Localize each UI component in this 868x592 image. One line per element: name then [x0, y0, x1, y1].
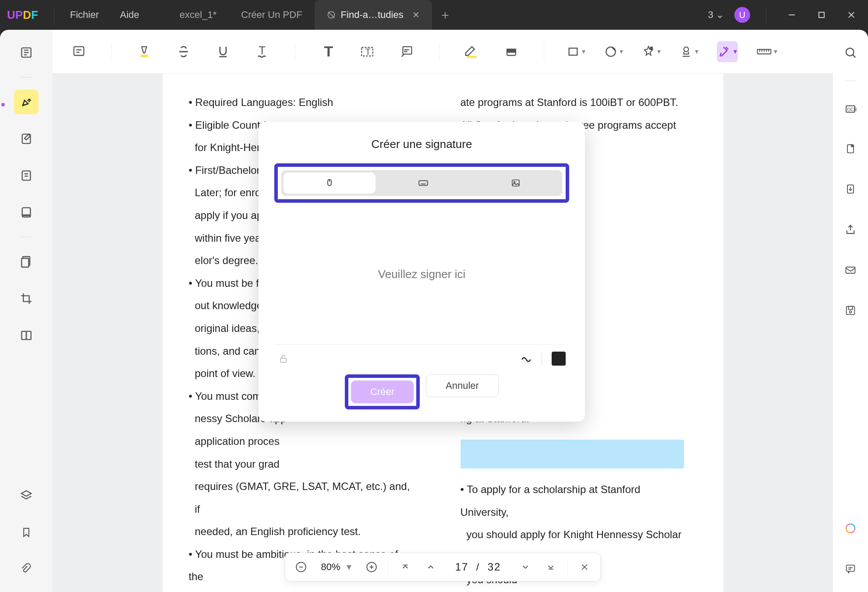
sticky-note-button[interactable]: [68, 41, 89, 62]
crop-button[interactable]: [14, 286, 39, 311]
create-button[interactable]: Créer: [351, 381, 414, 403]
open-count[interactable]: 3 ⌄: [708, 9, 724, 21]
separator: [542, 352, 542, 366]
save-button[interactable]: [838, 298, 863, 323]
separator: [544, 43, 544, 60]
page-indicator[interactable]: 17 / 32: [447, 561, 509, 573]
svg-rect-33: [846, 267, 855, 273]
annotate-toolbar: T T T ▾ ▾ ▾ ▾ ▾ ▾: [53, 30, 833, 74]
draw-tab[interactable]: [283, 173, 376, 194]
add-tab-button[interactable]: ＋: [439, 7, 451, 23]
close-zoom-button[interactable]: [576, 558, 593, 576]
svg-rect-11: [74, 46, 84, 55]
tab-find[interactable]: Find-a…tudies ✕: [315, 0, 432, 30]
reader-mode-button[interactable]: [14, 40, 39, 65]
svg-rect-37: [847, 565, 855, 571]
svg-rect-39: [419, 181, 428, 186]
separator: [295, 43, 295, 60]
stroke-style-button[interactable]: [521, 354, 532, 363]
svg-rect-18: [467, 56, 477, 57]
squiggly-button[interactable]: T: [252, 41, 273, 62]
mouse-icon: [324, 178, 335, 188]
tab-excel[interactable]: excel_1*: [167, 0, 229, 30]
close-icon[interactable]: ✕: [412, 10, 420, 20]
separator: [21, 77, 32, 78]
mail-button[interactable]: [838, 258, 863, 282]
ai-tool-button[interactable]: [838, 517, 863, 541]
next-page-button[interactable]: [517, 558, 534, 576]
svg-rect-35: [848, 307, 852, 310]
tab-bar: excel_1* Créer Un PDF Find-a…tudies ✕ ＋: [167, 0, 708, 30]
menu-help[interactable]: Aide: [120, 9, 139, 21]
last-page-button[interactable]: [542, 558, 560, 576]
annotate-button[interactable]: [14, 127, 39, 151]
maximize-button[interactable]: [812, 5, 831, 25]
textbox-button[interactable]: T: [357, 41, 378, 62]
avatar[interactable]: U: [734, 7, 750, 23]
export-button[interactable]: [838, 177, 863, 202]
svg-point-28: [846, 48, 854, 56]
svg-text:T: T: [259, 44, 266, 56]
compare-button[interactable]: [14, 323, 39, 348]
stamp-icon-button[interactable]: ▾: [679, 45, 698, 59]
ocr-button[interactable]: OCR: [838, 97, 863, 121]
svg-rect-2: [819, 12, 824, 18]
highlight-box: Créer: [345, 374, 420, 409]
zoom-out-button[interactable]: [292, 558, 310, 576]
eraser-button[interactable]: [501, 41, 522, 62]
color-picker[interactable]: [552, 352, 566, 366]
first-page-button[interactable]: [397, 558, 414, 576]
separator: [388, 559, 389, 575]
underline-button[interactable]: [213, 41, 234, 62]
share-button[interactable]: [838, 218, 863, 242]
divider: [766, 7, 766, 23]
edit-button[interactable]: [14, 200, 39, 225]
layers-button[interactable]: [14, 483, 39, 508]
pencil-button[interactable]: [461, 41, 482, 62]
lock-toggle[interactable]: [278, 353, 289, 364]
prev-page-button[interactable]: [422, 558, 439, 576]
tab-create[interactable]: Créer Un PDF: [229, 0, 314, 30]
highlight-button[interactable]: [134, 41, 155, 62]
stamp-button[interactable]: ▾: [641, 45, 661, 59]
svg-point-36: [850, 311, 852, 313]
pin-indicator: [0, 102, 6, 108]
outline-button[interactable]: [14, 163, 39, 188]
lock-icon: [278, 353, 289, 364]
image-icon: [510, 178, 521, 188]
signature-canvas[interactable]: Veuillez signer ici: [274, 204, 569, 345]
zoom-level[interactable]: 80%▾: [318, 561, 355, 573]
search-icon: [844, 46, 857, 59]
comments-button[interactable]: [838, 557, 863, 581]
strikethrough-button[interactable]: [173, 41, 194, 62]
cancel-button[interactable]: Annuler: [426, 374, 499, 397]
separator: [567, 559, 568, 575]
attachment-button[interactable]: [14, 557, 39, 581]
svg-point-24: [684, 47, 689, 52]
text-button[interactable]: T: [317, 41, 338, 62]
svg-rect-8: [21, 258, 28, 267]
page-crop-button[interactable]: [838, 137, 863, 162]
zoom-in-button[interactable]: [363, 558, 380, 576]
menu-file[interactable]: Fichier: [70, 9, 99, 21]
page-tools-button[interactable]: [14, 250, 39, 274]
separator: [845, 81, 856, 81]
measure-button[interactable]: ▾: [756, 45, 777, 59]
highlight-mode-button[interactable]: [14, 90, 39, 114]
right-sidebar: OCR: [833, 30, 868, 592]
close-button[interactable]: [842, 5, 861, 25]
signature-mode-tabs: [281, 170, 562, 196]
bookmark-button[interactable]: [14, 520, 39, 545]
svg-rect-12: [141, 55, 148, 57]
callout-button[interactable]: [396, 41, 417, 62]
minimize-button[interactable]: [782, 5, 801, 25]
svg-text:T: T: [324, 44, 333, 59]
search-button[interactable]: [838, 40, 863, 65]
shape-circle-button[interactable]: ▾: [604, 45, 623, 59]
image-tab[interactable]: [470, 171, 562, 195]
signature-button[interactable]: ▾: [717, 41, 738, 62]
type-tab[interactable]: [377, 171, 469, 195]
shape-rect-button[interactable]: ▾: [566, 45, 585, 59]
svg-rect-10: [26, 331, 31, 340]
keyboard-icon: [418, 177, 429, 189]
